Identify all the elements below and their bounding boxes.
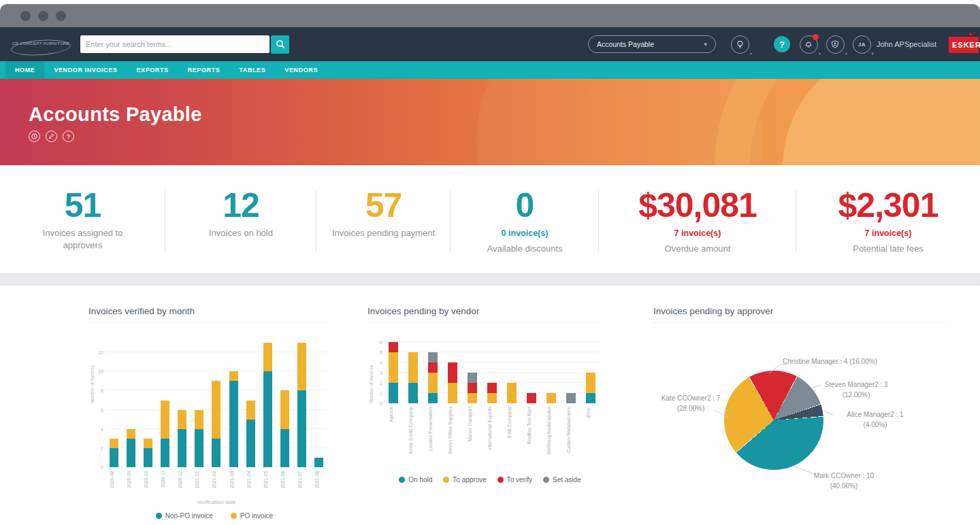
bar-column[interactable] xyxy=(161,338,169,467)
help-button[interactable]: ? xyxy=(774,36,790,52)
bar-column[interactable] xyxy=(408,338,418,403)
bar-segment[interactable] xyxy=(297,390,306,467)
window-control-dot[interactable] xyxy=(56,11,66,21)
help-icon[interactable]: ? xyxy=(63,131,74,142)
bar-segment[interactable] xyxy=(229,381,238,467)
bar-segment[interactable] xyxy=(586,373,595,393)
bar-column[interactable] xyxy=(246,338,255,467)
kpi-overdue-amount[interactable]: $30,081 7 invoice(s) Overdue amount xyxy=(599,165,796,273)
nav-item-home[interactable]: HOME xyxy=(5,61,44,79)
module-selector-dropdown[interactable]: Accounts Payable ▾ xyxy=(588,35,716,53)
bar-column[interactable] xyxy=(127,338,135,467)
bar-column[interactable] xyxy=(389,338,398,403)
kpi-invoices-assigned[interactable]: 51 Invoices assigned to approvers xyxy=(0,165,165,273)
nav-item-vendors[interactable]: VENDORS xyxy=(275,61,327,79)
bar-segment[interactable] xyxy=(546,393,556,403)
bar-segment[interactable] xyxy=(178,429,186,467)
bar-segment[interactable] xyxy=(428,373,438,393)
bar-column[interactable] xyxy=(178,338,186,467)
bar-column[interactable] xyxy=(195,338,203,467)
search-button[interactable] xyxy=(271,35,289,54)
legend-item[interactable]: To approve xyxy=(443,476,486,484)
bar-segment[interactable] xyxy=(586,393,595,403)
notifications-button[interactable]: ▾ xyxy=(800,35,818,54)
bar-segment[interactable] xyxy=(127,429,135,439)
bar-column[interactable] xyxy=(280,338,289,467)
bar-column[interactable] xyxy=(546,338,556,403)
account-security-button[interactable]: ▾ xyxy=(826,35,845,54)
bar-segment[interactable] xyxy=(487,393,497,403)
bar-column[interactable] xyxy=(428,338,438,403)
bar-segment[interactable] xyxy=(161,439,169,467)
bar-segment[interactable] xyxy=(144,439,152,448)
bar-column[interactable] xyxy=(314,338,323,467)
search-input[interactable] xyxy=(80,35,270,53)
bar-segment[interactable] xyxy=(110,448,118,467)
bar-segment[interactable] xyxy=(389,342,398,352)
bar-segment[interactable] xyxy=(212,381,220,438)
bar-segment[interactable] xyxy=(280,429,289,467)
bar-segment[interactable] xyxy=(246,420,255,467)
bar-column[interactable] xyxy=(586,338,595,403)
bar-segment[interactable] xyxy=(428,352,438,362)
bar-segment[interactable] xyxy=(297,343,306,390)
nav-item-exports[interactable]: EXPORTS xyxy=(127,61,178,79)
edit-icon[interactable] xyxy=(46,131,57,142)
bar-column[interactable] xyxy=(566,338,576,403)
bar-segment[interactable] xyxy=(389,383,398,403)
bar-segment[interactable] xyxy=(507,383,517,403)
bar-column[interactable] xyxy=(487,338,497,403)
bar-column[interactable] xyxy=(297,338,306,467)
nav-item-tables[interactable]: TABLES xyxy=(229,61,275,79)
bar-segment[interactable] xyxy=(178,410,186,429)
legend-item[interactable]: To verify xyxy=(497,476,532,484)
bar-segment[interactable] xyxy=(229,371,238,381)
bar-segment[interactable] xyxy=(263,371,272,467)
window-control-dot[interactable] xyxy=(38,11,48,21)
bar-segment[interactable] xyxy=(389,352,398,383)
bar-column[interactable] xyxy=(507,338,517,403)
bar-segment[interactable] xyxy=(263,343,272,371)
legend-item[interactable]: Non-PO invoice xyxy=(156,512,213,520)
nav-item-reports[interactable]: REPORTS xyxy=(178,61,230,79)
bar-segment[interactable] xyxy=(408,352,418,383)
bar-segment[interactable] xyxy=(144,448,152,467)
legend-item[interactable]: On hold xyxy=(399,476,432,484)
bar-segment[interactable] xyxy=(527,393,536,403)
kpi-invoices-pending-payment[interactable]: 57 Invoices pending payment xyxy=(316,165,451,273)
bar-segment[interactable] xyxy=(428,362,438,373)
bar-segment[interactable] xyxy=(314,458,323,467)
bar-segment[interactable] xyxy=(127,439,135,467)
bar-column[interactable] xyxy=(212,338,220,467)
bar-column[interactable] xyxy=(263,338,272,467)
bar-column[interactable] xyxy=(229,338,238,467)
company-logo[interactable]: CD CONCEPT FURNITURE xyxy=(10,41,72,47)
bar-segment[interactable] xyxy=(468,373,477,383)
bar-column[interactable] xyxy=(527,338,536,403)
kpi-invoices-on-hold[interactable]: 12 Invoices on hold xyxy=(165,165,316,273)
bar-segment[interactable] xyxy=(246,401,255,420)
bar-segment[interactable] xyxy=(212,439,220,467)
bar-column[interactable] xyxy=(110,338,118,467)
legend-item[interactable]: Set aside xyxy=(543,476,581,484)
kpi-available-discounts[interactable]: 0 0 invoice(s) Available discounts xyxy=(451,165,599,273)
bar-segment[interactable] xyxy=(280,390,289,428)
bar-column[interactable] xyxy=(448,338,457,403)
bar-segment[interactable] xyxy=(448,362,457,383)
window-control-dot[interactable] xyxy=(20,11,31,21)
bar-segment[interactable] xyxy=(428,393,438,403)
history-icon[interactable] xyxy=(29,131,40,142)
user-avatar[interactable]: JA ▾ xyxy=(853,35,871,54)
bar-segment[interactable] xyxy=(195,410,203,429)
bar-segment[interactable] xyxy=(195,429,203,467)
bar-segment[interactable] xyxy=(161,401,169,439)
bar-segment[interactable] xyxy=(110,439,118,448)
bar-column[interactable] xyxy=(468,338,477,403)
nav-item-vendor-invoices[interactable]: VENDOR INVOICES xyxy=(44,61,127,79)
kpi-potential-late-fees[interactable]: $2,301 7 invoice(s) Potential late fees xyxy=(796,165,980,273)
tips-button[interactable]: ▾ xyxy=(731,35,749,54)
bar-segment[interactable] xyxy=(468,393,477,403)
pie-chart[interactable] xyxy=(724,371,823,470)
bar-segment[interactable] xyxy=(566,393,576,403)
bar-column[interactable] xyxy=(144,338,152,467)
